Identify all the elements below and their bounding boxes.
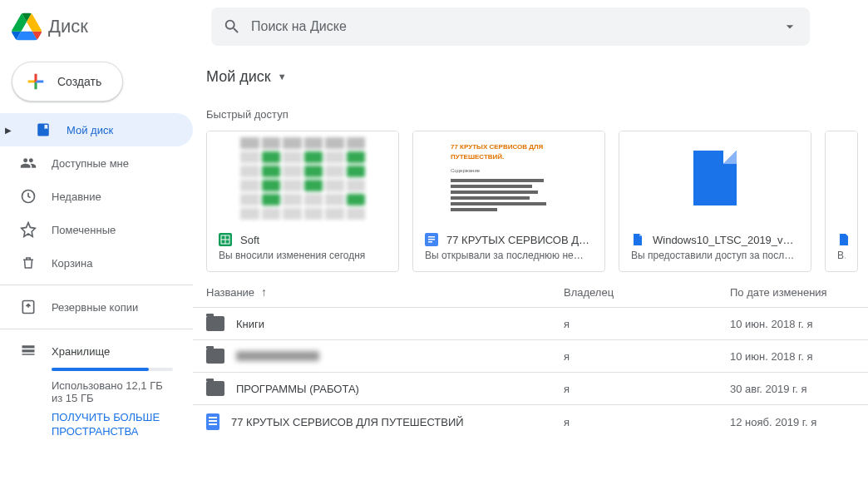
table-row[interactable]: ПРОГРАММЫ (РАБОТА) я 30 авг. 2019 г. я [193,372,868,404]
card-title: Windows10_LTSC_2019_v1… [653,234,799,246]
storage-upgrade-link[interactable]: ПОЛУЧИТЬ БОЛЬШЕ ПРОСТРАНСТВА [52,411,173,439]
card-subtitle: Вы вносили изменения сегодня [219,250,387,261]
folder-icon [206,381,224,396]
location-bar: Мой диск ▼ [193,58,868,95]
create-button-label: Создать [57,75,101,88]
folder-icon [206,316,224,331]
sidebar-item-trash[interactable]: Корзина [0,246,193,280]
sidebar-item-label: Резервные копии [52,301,138,314]
sidebar-item-storage[interactable]: Хранилище [0,334,193,368]
quick-access-cards: Soft Вы вносили изменения сегодня 77 КРУ… [193,131,868,272]
storage-progress [52,368,173,371]
card-title: Soft [240,234,259,246]
card-subtitle: Вы предоставили доступ за посл… [631,250,799,261]
clock-icon [20,188,37,205]
create-button[interactable]: Создать [12,62,123,101]
divider [0,285,193,285]
people-icon [20,155,37,171]
search-options-icon[interactable] [782,18,798,35]
card-subtitle: Вы открывали за последнюю не… [425,250,593,261]
docs-icon [206,413,219,430]
column-modified[interactable]: По дате изменения [730,286,855,299]
sidebar-item-label: Доступные мне [52,157,129,170]
sort-arrow-up-icon: ↑ [261,285,267,299]
svg-rect-8 [428,239,435,240]
plus-icon [24,70,47,93]
search-input[interactable] [241,19,782,34]
column-name[interactable]: Название ↑ [206,285,564,299]
sidebar-item-shared[interactable]: Доступные мне [0,146,193,180]
sidebar-item-label: Помеченные [52,224,116,236]
sidebar-item-starred[interactable]: Помеченные [0,213,193,246]
docs-icon [425,233,438,246]
card-preview: 77 КРУТЫХ СЕРВИСОВ ДЛЯ ПУТЕШЕСТВИЙ. Соде… [413,131,604,225]
sidebar-item-label: Недавние [52,191,101,203]
header: Диск [0,0,868,53]
file-icon [837,233,851,246]
nav-list-2: Резервные копии [0,290,193,324]
quick-card-services[interactable]: 77 КРУТЫХ СЕРВИСОВ ДЛЯ ПУТЕШЕСТВИЙ. Соде… [412,131,605,272]
drive-icon [35,122,52,137]
table-header: Название ↑ Владелец По дате изменения [193,272,868,307]
card-preview [619,131,811,225]
quick-card-soft[interactable]: Soft Вы вносили изменения сегодня [206,131,399,272]
file-list: Книги я 10 июн. 2018 г. я я 10 июн. 2018… [193,307,868,438]
main-content: Мой диск ▼ Быстрый доступ [193,53,868,490]
table-row[interactable]: я 10 июн. 2018 г. я [193,339,868,372]
app-name: Диск [48,16,88,37]
table-row[interactable]: Книги я 10 июн. 2018 г. я [193,307,868,339]
backup-icon [20,299,37,315]
sidebar-item-label: Мой диск [67,124,113,136]
chevron-right-icon: ▶ [5,126,13,135]
star-icon [20,221,37,238]
location-title[interactable]: Мой диск [206,68,271,86]
table-row[interactable]: 77 КРУТЫХ СЕРВИСОВ ДЛЯ ПУТЕШЕСТВИЙ я 12 … [193,404,868,438]
file-icon [631,233,644,246]
sidebar-item-label: Корзина [52,257,93,270]
nav-list: ▶ Мой диск Доступные мне Недавние [0,113,193,280]
card-preview [207,131,398,225]
storage-usage-text: Использовано 12,1 ГБ из 15 ГБ [52,379,173,404]
svg-rect-7 [428,236,435,238]
sidebar-item-recent[interactable]: Недавние [0,180,193,213]
storage-icon [20,342,37,361]
sidebar-item-backups[interactable]: Резервные копии [0,290,193,324]
quick-card-windows10[interactable]: Windows10_LTSC_2019_v1… Вы предоставили … [619,131,811,272]
card-subtitle: Вы ре [837,250,846,261]
card-preview [826,131,857,225]
storage-block: Использовано 12,1 ГБ из 15 ГБ ПОЛУЧИТЬ Б… [0,368,193,439]
drive-logo-icon [12,12,42,42]
quick-access-label: Быстрый доступ [193,95,868,131]
divider [0,329,193,329]
search-icon [223,17,241,36]
trash-icon [20,255,37,270]
sidebar-item-my-drive[interactable]: ▶ Мой диск [0,113,193,146]
file-page-icon [693,151,737,205]
sheets-icon [219,233,232,246]
folder-icon [206,349,224,364]
logo-area[interactable]: Диск [12,12,211,42]
storage-title-label: Хранилище [52,345,110,358]
search-bar[interactable] [211,7,810,46]
sidebar: Создать ▶ Мой диск Доступные мне Не [0,53,193,490]
svg-rect-9 [428,241,432,243]
location-dropdown-icon[interactable]: ▼ [278,72,287,82]
column-owner[interactable]: Владелец [564,286,730,299]
card-title: 77 КРУТЫХ СЕРВИСОВ Д… [446,234,589,246]
quick-card-partial[interactable]: W Вы ре [825,131,858,272]
blurred-name [236,351,319,361]
